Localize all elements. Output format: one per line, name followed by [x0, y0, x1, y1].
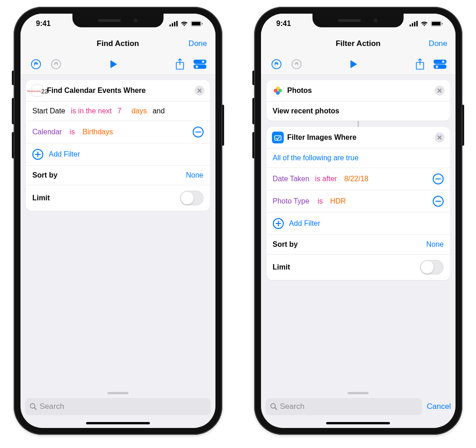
plus-icon [32, 149, 43, 160]
view-recent-photos[interactable]: View recent photos [266, 102, 450, 121]
close-icon[interactable] [194, 86, 205, 96]
redo-button [288, 56, 305, 72]
plus-icon [273, 218, 284, 229]
share-button[interactable] [172, 56, 188, 72]
done-button[interactable]: Done [429, 39, 447, 48]
card-title: Photos [287, 87, 431, 95]
svg-rect-0 [169, 25, 171, 26]
filter-row-date-taken[interactable]: Date Taken is after 8/22/18 [266, 168, 450, 190]
card-header: Photos [266, 80, 450, 102]
connector [266, 121, 450, 127]
card-title: Find Calendar Events Where [47, 87, 191, 95]
close-icon[interactable] [435, 86, 445, 96]
filter-row-photo-type[interactable]: Photo Type is HDR [266, 190, 450, 213]
cellular-icon [409, 21, 418, 26]
undo-button[interactable] [268, 56, 285, 72]
play-button[interactable] [345, 56, 362, 72]
search-input[interactable]: Search [266, 398, 423, 415]
card-header: Wednesday 22 Find Calendar Events Where [26, 80, 210, 102]
tool-bar [261, 54, 456, 75]
filter-images-card: Filter Images Where All of the following… [266, 127, 450, 280]
svg-point-17 [31, 404, 35, 408]
filter-row-calendar[interactable]: Calendar is Birthdays [26, 121, 210, 143]
status-right [409, 21, 443, 26]
sort-by-row[interactable]: Sort by None [266, 235, 450, 255]
svg-line-18 [35, 408, 37, 410]
remove-filter-button[interactable] [193, 127, 204, 137]
remove-filter-button[interactable] [433, 196, 444, 207]
search-icon [270, 403, 277, 410]
content-area: Photos View recent photos Filter Images … [261, 75, 456, 388]
sort-value[interactable]: None [426, 240, 444, 249]
svg-rect-5 [192, 22, 200, 25]
svg-rect-22 [416, 21, 418, 26]
settings-button[interactable] [192, 56, 208, 72]
search-input[interactable]: Search [25, 398, 211, 415]
limit-row: Limit [26, 185, 210, 211]
svg-line-43 [275, 408, 277, 410]
svg-point-42 [271, 404, 275, 408]
sort-by-row[interactable]: Sort by None [26, 166, 210, 185]
svg-point-8 [51, 60, 61, 69]
svg-rect-20 [412, 23, 413, 26]
notch [72, 14, 164, 27]
limit-switch[interactable] [180, 191, 204, 205]
status-time: 9:41 [36, 20, 51, 28]
svg-rect-21 [414, 22, 415, 26]
svg-rect-2 [174, 22, 175, 26]
status-time: 9:41 [276, 20, 291, 28]
card-title: Filter Images Where [287, 133, 431, 142]
grabber[interactable] [107, 392, 128, 394]
photos-card: Photos View recent photos [266, 80, 450, 121]
grabber[interactable] [348, 392, 369, 394]
svg-point-26 [272, 60, 281, 69]
svg-point-36 [274, 89, 277, 92]
battery-icon [431, 21, 443, 26]
shortcuts-icon [272, 132, 284, 143]
add-filter-row[interactable]: Add Filter [266, 213, 450, 235]
undo-button[interactable] [28, 56, 44, 72]
close-icon[interactable] [435, 132, 445, 143]
content-area: Wednesday 22 Find Calendar Events Where … [20, 75, 215, 388]
svg-point-32 [435, 65, 438, 68]
search-icon [30, 403, 37, 410]
battery-icon [191, 21, 203, 26]
limit-switch[interactable] [420, 260, 444, 275]
svg-rect-1 [172, 23, 173, 26]
add-filter-row[interactable]: Add Filter [26, 143, 210, 166]
notch [312, 14, 404, 27]
nav-title: Find Action [97, 39, 139, 48]
nav-title: Filter Action [336, 39, 381, 48]
limit-row: Limit [266, 255, 450, 280]
svg-rect-3 [176, 21, 178, 26]
svg-point-27 [292, 60, 301, 69]
photos-icon [272, 85, 284, 97]
condition-header[interactable]: All of the following are true [266, 148, 450, 168]
redo-button [48, 56, 64, 72]
wifi-icon [180, 21, 188, 26]
calendar-icon: Wednesday 22 [31, 85, 43, 97]
svg-point-30 [442, 60, 445, 63]
filter-row-start-date[interactable]: Start Date is in the next 7 days and [26, 102, 210, 121]
nav-bar: Find Action Done [20, 34, 215, 54]
settings-button[interactable] [432, 56, 448, 72]
share-button[interactable] [412, 56, 428, 72]
screen-right: 9:41 Filter Action Done [261, 14, 456, 428]
find-calendar-card: Wednesday 22 Find Calendar Events Where … [26, 80, 210, 211]
sort-value[interactable]: None [186, 171, 203, 179]
play-button[interactable] [105, 56, 122, 72]
remove-filter-button[interactable] [433, 173, 444, 184]
svg-rect-37 [275, 136, 281, 140]
home-indicator[interactable] [326, 422, 390, 424]
wifi-icon [420, 21, 428, 26]
cancel-button[interactable]: Cancel [427, 402, 451, 411]
home-indicator[interactable] [86, 422, 150, 424]
svg-rect-6 [202, 23, 203, 25]
status-right [169, 21, 203, 26]
svg-point-13 [195, 65, 198, 68]
cellular-icon [169, 21, 178, 26]
screen-left: 9:41 Find Action Done [20, 14, 215, 428]
done-button[interactable]: Done [189, 39, 207, 48]
phone-right: 9:41 Filter Action Done [254, 7, 463, 435]
svg-point-11 [202, 60, 205, 63]
